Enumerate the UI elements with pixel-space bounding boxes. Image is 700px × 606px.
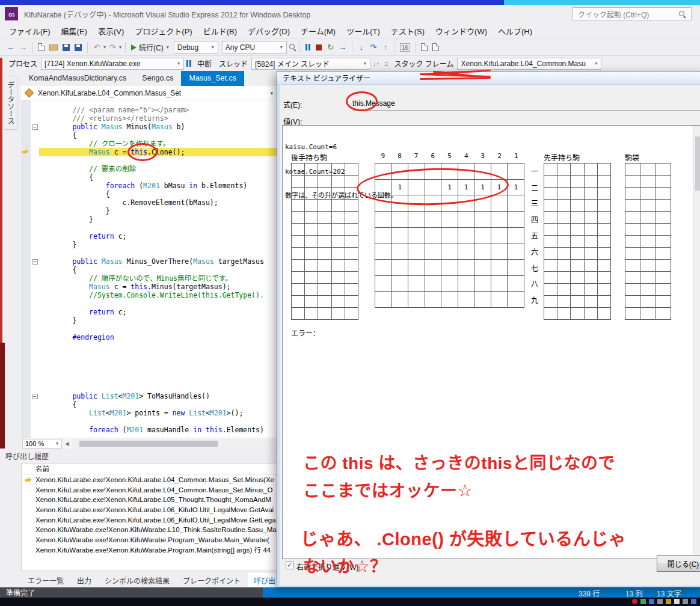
output-window-icon[interactable] [421,43,428,51]
scrollbar-thumb[interactable] [79,441,218,447]
show-next-statement-icon[interactable]: → [337,43,348,52]
menu-item[interactable]: テスト(S) [385,23,430,39]
stack-frame-select[interactable]: Xenon.KifuLarabe.L04_Common.Masu▾ [457,58,601,70]
find-icon[interactable] [289,43,296,51]
vertical-scrollbar[interactable] [693,126,700,559]
break-all-icon[interactable] [305,44,310,50]
breakpoint-margin[interactable] [21,240,31,249]
tool-window-tab[interactable]: エラー一覧 [22,573,70,588]
tool-window-tab[interactable]: ブレークポイント [177,573,247,588]
breakpoint-margin[interactable] [21,156,31,165]
breakpoint-margin[interactable] [21,350,31,358]
menu-item[interactable]: ウィンドウ(W) [430,23,493,39]
step-over-icon[interactable]: ↷ [368,43,379,52]
breakpoint-margin[interactable] [21,106,31,114]
editor-tab[interactable]: Sengo.cs [134,71,181,86]
navigate-back-icon[interactable]: ← [5,43,16,52]
breakpoint-margin[interactable] [21,114,31,123]
restart-icon[interactable]: ↻ [325,43,336,52]
menu-item[interactable]: 表示(V) [93,23,129,39]
breakpoint-margin[interactable] [21,367,31,375]
breakpoint-margin[interactable] [21,123,31,131]
breakpoint-margin[interactable] [21,358,31,367]
ime-icon[interactable] [666,599,671,604]
menu-item[interactable]: ファイル(F) [4,23,56,39]
configuration-select[interactable]: Debug▾ [174,41,218,54]
breakpoint-margin[interactable] [21,182,31,190]
stop-debugging-icon[interactable] [316,44,322,50]
breakpoint-margin[interactable] [21,224,31,232]
breakpoint-margin[interactable] [21,333,31,341]
fold-marker-icon[interactable]: − [32,394,38,399]
redo-icon[interactable]: ↷ [107,43,118,52]
step-out-icon[interactable]: ↑ [380,43,391,52]
tray-record-icon[interactable] [632,599,637,604]
breakpoint-margin[interactable] [21,139,31,148]
save-all-icon[interactable] [75,44,82,51]
breakpoint-margin[interactable] [21,165,31,173]
tray-icon[interactable] [657,599,663,604]
fold-marker-icon[interactable]: − [32,124,38,130]
breakpoint-margin[interactable] [21,384,31,392]
continue-button[interactable]: 続行(C) ▾ [129,42,172,52]
breakpoint-margin[interactable] [21,409,31,417]
breakpoint-margin[interactable] [21,325,31,333]
tray-icon[interactable] [649,599,654,604]
breakpoint-margin[interactable] [21,207,31,215]
menu-item[interactable]: ヘルプ(H) [493,23,538,39]
zoom-select[interactable]: 100 %▾ [22,439,62,448]
menu-item[interactable]: プロジェクト(P) [129,23,197,39]
breakpoint-margin[interactable] [21,308,31,316]
breakpoint-margin[interactable] [21,274,31,283]
breakpoint-margin[interactable] [21,400,31,409]
tool-window-tab[interactable]: 出力 [71,573,97,588]
breakpoint-margin[interactable] [21,131,31,139]
save-icon[interactable] [63,44,70,51]
break-icon[interactable] [186,60,191,67]
breakpoint-margin[interactable] [21,392,31,400]
tray-icon[interactable] [691,599,696,604]
breakpoint-margin[interactable] [21,249,31,257]
redo-dropdown-icon[interactable]: ▾ [119,44,121,50]
thread-select[interactable]: [5824] メイン スレッド▾ [251,58,370,70]
breakpoint-margin[interactable] [21,417,31,426]
breakpoint-margin[interactable] [21,190,31,198]
breakpoint-margin[interactable] [21,232,31,240]
scroll-left-icon[interactable]: ◀ [62,441,72,447]
breakpoints-window-icon[interactable] [432,43,439,51]
step-into-icon[interactable]: ↓ [356,43,367,52]
chevron-down-icon[interactable]: ▾ [270,90,273,96]
breakpoint-margin[interactable] [21,316,31,325]
open-file-icon[interactable] [49,44,58,50]
new-file-icon[interactable] [38,43,45,51]
breakpoint-margin[interactable] [21,266,31,274]
tray-icon[interactable] [674,599,680,604]
menu-item[interactable]: ビルド(B) [198,23,242,39]
breakpoint-margin[interactable] [21,148,31,156]
tool-window-tab[interactable]: シンボルの検索結果 [99,573,176,588]
breakpoint-margin[interactable] [21,375,31,384]
menu-item[interactable]: デバッグ(D) [242,23,295,39]
fold-marker-icon[interactable]: − [32,259,38,265]
breakpoint-margin[interactable] [21,215,31,224]
menu-item[interactable]: 編集(E) [56,23,93,39]
wrap-checkbox[interactable] [286,562,293,569]
editor-tab[interactable]: Masus_Set.cs [181,71,244,86]
breakpoint-margin[interactable] [21,291,31,299]
breakpoint-margin[interactable] [21,283,31,291]
undo-dropdown-icon[interactable]: ▾ [103,44,106,50]
navigate-forward-icon[interactable]: → [17,43,28,52]
process-select[interactable]: [7124] Xenon.KifuWarabe.exe▾ [41,58,184,70]
breakpoint-margin[interactable] [21,426,31,434]
close-button[interactable]: 閉じる(C) [657,555,700,572]
menu-item[interactable]: ツール(T) [341,23,385,39]
breakpoint-margin[interactable] [21,257,31,266]
data-sources-tab[interactable]: データソース [4,76,17,130]
breakpoint-margin[interactable] [21,173,31,182]
tray-icon[interactable] [683,599,688,604]
breakpoint-margin[interactable] [21,341,31,350]
platform-select[interactable]: Any CPU▾ [222,41,287,54]
breakpoint-margin[interactable] [21,198,31,207]
tray-icon[interactable] [640,599,646,604]
undo-icon[interactable]: ↶ [91,43,102,52]
